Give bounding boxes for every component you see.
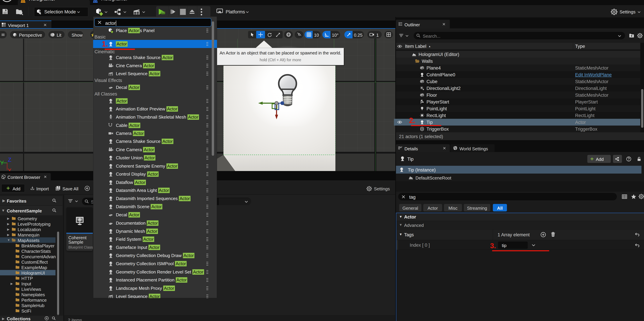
svg-text:Z: Z	[8, 156, 11, 163]
svg-text:Y: Y	[0, 160, 4, 166]
